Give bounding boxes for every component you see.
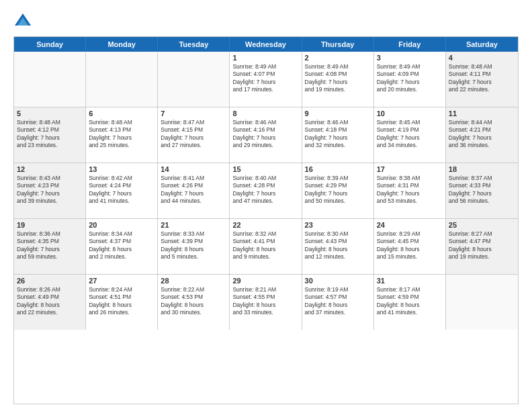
calendar-cell: 4Sunrise: 8:48 AM Sunset: 4:11 PM Daylig… xyxy=(446,52,518,107)
cell-text: Sunrise: 8:22 AM Sunset: 4:53 PM Dayligh… xyxy=(161,286,226,317)
day-number: 5 xyxy=(17,109,83,118)
calendar-cell: 29Sunrise: 8:21 AM Sunset: 4:55 PM Dayli… xyxy=(230,275,302,330)
calendar-cell: 16Sunrise: 8:39 AM Sunset: 4:29 PM Dayli… xyxy=(302,163,374,218)
calendar-cell: 19Sunrise: 8:36 AM Sunset: 4:35 PM Dayli… xyxy=(14,219,86,274)
calendar-cell: 7Sunrise: 8:47 AM Sunset: 4:15 PM Daylig… xyxy=(158,107,230,163)
cell-text: Sunrise: 8:21 AM Sunset: 4:55 PM Dayligh… xyxy=(232,286,298,317)
day-number: 7 xyxy=(161,109,226,118)
calendar-cell: 23Sunrise: 8:30 AM Sunset: 4:43 PM Dayli… xyxy=(302,219,374,274)
calendar-cell: 2Sunrise: 8:49 AM Sunset: 4:08 PM Daylig… xyxy=(302,52,374,107)
day-number: 26 xyxy=(17,277,83,285)
day-number: 15 xyxy=(232,165,298,173)
weekday-header: Thursday xyxy=(302,37,374,52)
calendar-cell: 10Sunrise: 8:45 AM Sunset: 4:19 PM Dayli… xyxy=(374,107,446,163)
cell-text: Sunrise: 8:36 AM Sunset: 4:35 PM Dayligh… xyxy=(17,230,83,261)
cell-text: Sunrise: 8:42 AM Sunset: 4:24 PM Dayligh… xyxy=(89,175,154,205)
day-number: 13 xyxy=(89,165,154,173)
calendar-cell: 27Sunrise: 8:24 AM Sunset: 4:51 PM Dayli… xyxy=(86,275,158,330)
calendar-cell xyxy=(158,52,230,107)
day-number: 22 xyxy=(232,221,298,229)
cell-text: Sunrise: 8:45 AM Sunset: 4:19 PM Dayligh… xyxy=(377,119,443,150)
calendar-week: 19Sunrise: 8:36 AM Sunset: 4:35 PM Dayli… xyxy=(14,219,518,275)
cell-text: Sunrise: 8:44 AM Sunset: 4:21 PM Dayligh… xyxy=(449,119,515,150)
weekday-header: Wednesday xyxy=(230,37,302,52)
cell-text: Sunrise: 8:49 AM Sunset: 4:09 PM Dayligh… xyxy=(377,63,443,94)
calendar-cell: 20Sunrise: 8:34 AM Sunset: 4:37 PM Dayli… xyxy=(86,219,158,274)
calendar-cell: 25Sunrise: 8:27 AM Sunset: 4:47 PM Dayli… xyxy=(446,219,518,274)
day-number: 19 xyxy=(17,221,83,229)
day-number: 27 xyxy=(89,277,154,285)
cell-text: Sunrise: 8:49 AM Sunset: 4:08 PM Dayligh… xyxy=(305,63,371,94)
day-number: 25 xyxy=(449,221,515,229)
day-number: 18 xyxy=(449,165,515,173)
day-number: 31 xyxy=(377,277,443,285)
calendar-cell: 9Sunrise: 8:46 AM Sunset: 4:18 PM Daylig… xyxy=(302,107,374,163)
day-number: 23 xyxy=(305,221,371,229)
day-number: 2 xyxy=(305,54,371,62)
calendar-week: 1Sunrise: 8:49 AM Sunset: 4:07 PM Daylig… xyxy=(14,52,518,107)
day-number: 1 xyxy=(232,54,298,62)
calendar-cell xyxy=(86,52,158,107)
cell-text: Sunrise: 8:40 AM Sunset: 4:28 PM Dayligh… xyxy=(232,175,298,205)
day-number: 14 xyxy=(161,165,226,173)
calendar-cell: 31Sunrise: 8:17 AM Sunset: 4:59 PM Dayli… xyxy=(374,275,446,330)
day-number: 9 xyxy=(305,109,371,118)
calendar-cell: 18Sunrise: 8:37 AM Sunset: 4:33 PM Dayli… xyxy=(446,163,518,218)
day-number: 28 xyxy=(161,277,226,285)
cell-text: Sunrise: 8:27 AM Sunset: 4:47 PM Dayligh… xyxy=(449,230,515,261)
header xyxy=(13,11,519,30)
cell-text: Sunrise: 8:48 AM Sunset: 4:13 PM Dayligh… xyxy=(89,119,154,150)
calendar-cell: 12Sunrise: 8:43 AM Sunset: 4:23 PM Dayli… xyxy=(14,163,86,218)
calendar-cell: 11Sunrise: 8:44 AM Sunset: 4:21 PM Dayli… xyxy=(446,107,518,163)
cell-text: Sunrise: 8:17 AM Sunset: 4:59 PM Dayligh… xyxy=(377,286,443,317)
day-number: 24 xyxy=(377,221,443,229)
cell-text: Sunrise: 8:41 AM Sunset: 4:26 PM Dayligh… xyxy=(161,175,226,205)
cell-text: Sunrise: 8:46 AM Sunset: 4:18 PM Dayligh… xyxy=(305,119,371,150)
day-number: 4 xyxy=(449,54,515,62)
day-number: 30 xyxy=(305,277,371,285)
weekday-header: Friday xyxy=(374,37,446,52)
calendar-cell: 13Sunrise: 8:42 AM Sunset: 4:24 PM Dayli… xyxy=(86,163,158,218)
day-number: 11 xyxy=(449,109,515,118)
calendar-cell: 8Sunrise: 8:46 AM Sunset: 4:16 PM Daylig… xyxy=(230,107,302,163)
calendar-cell: 21Sunrise: 8:33 AM Sunset: 4:39 PM Dayli… xyxy=(158,219,230,274)
calendar-cell: 26Sunrise: 8:26 AM Sunset: 4:49 PM Dayli… xyxy=(14,275,86,330)
cell-text: Sunrise: 8:38 AM Sunset: 4:31 PM Dayligh… xyxy=(377,175,443,205)
calendar-week: 12Sunrise: 8:43 AM Sunset: 4:23 PM Dayli… xyxy=(14,163,518,219)
day-number: 17 xyxy=(377,165,443,173)
calendar-header: SundayMondayTuesdayWednesdayThursdayFrid… xyxy=(14,37,518,52)
calendar-cell: 30Sunrise: 8:19 AM Sunset: 4:57 PM Dayli… xyxy=(302,275,374,330)
cell-text: Sunrise: 8:39 AM Sunset: 4:29 PM Dayligh… xyxy=(305,175,371,205)
day-number: 10 xyxy=(377,109,443,118)
cell-text: Sunrise: 8:49 AM Sunset: 4:07 PM Dayligh… xyxy=(232,63,298,94)
calendar-cell: 1Sunrise: 8:49 AM Sunset: 4:07 PM Daylig… xyxy=(230,52,302,107)
calendar-cell xyxy=(14,52,86,107)
cell-text: Sunrise: 8:19 AM Sunset: 4:57 PM Dayligh… xyxy=(305,286,371,317)
day-number: 3 xyxy=(377,54,443,62)
logo-icon xyxy=(13,11,32,30)
calendar-cell: 6Sunrise: 8:48 AM Sunset: 4:13 PM Daylig… xyxy=(86,107,158,163)
calendar-cell: 17Sunrise: 8:38 AM Sunset: 4:31 PM Dayli… xyxy=(374,163,446,218)
day-number: 6 xyxy=(89,109,154,118)
day-number: 16 xyxy=(305,165,371,173)
logo xyxy=(13,11,35,30)
calendar-cell: 24Sunrise: 8:29 AM Sunset: 4:45 PM Dayli… xyxy=(374,219,446,274)
calendar-cell: 5Sunrise: 8:48 AM Sunset: 4:12 PM Daylig… xyxy=(14,107,86,163)
cell-text: Sunrise: 8:43 AM Sunset: 4:23 PM Dayligh… xyxy=(17,175,83,205)
calendar-body: 1Sunrise: 8:49 AM Sunset: 4:07 PM Daylig… xyxy=(14,52,518,330)
cell-text: Sunrise: 8:34 AM Sunset: 4:37 PM Dayligh… xyxy=(89,230,154,261)
day-number: 21 xyxy=(161,221,226,229)
weekday-header: Monday xyxy=(86,37,158,52)
day-number: 8 xyxy=(232,109,298,118)
calendar: SundayMondayTuesdayWednesdayThursdayFrid… xyxy=(13,36,519,404)
day-number: 20 xyxy=(89,221,154,229)
calendar-cell: 14Sunrise: 8:41 AM Sunset: 4:26 PM Dayli… xyxy=(158,163,230,218)
cell-text: Sunrise: 8:30 AM Sunset: 4:43 PM Dayligh… xyxy=(305,230,371,261)
cell-text: Sunrise: 8:33 AM Sunset: 4:39 PM Dayligh… xyxy=(161,230,226,261)
cell-text: Sunrise: 8:47 AM Sunset: 4:15 PM Dayligh… xyxy=(161,119,226,150)
cell-text: Sunrise: 8:48 AM Sunset: 4:11 PM Dayligh… xyxy=(449,63,515,94)
day-number: 12 xyxy=(17,165,83,173)
cell-text: Sunrise: 8:29 AM Sunset: 4:45 PM Dayligh… xyxy=(377,230,443,261)
weekday-header: Saturday xyxy=(446,37,518,52)
calendar-cell xyxy=(446,275,518,330)
